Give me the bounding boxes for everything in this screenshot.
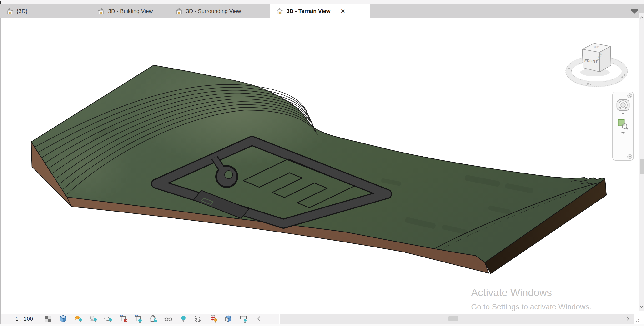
zoom-region-icon[interactable] [617, 119, 629, 130]
view-control-bar: 1 : 100 [1, 314, 279, 324]
canvas-left-border [0, 18, 1, 324]
scroll-down-icon[interactable] [639, 303, 644, 311]
steering-wheel-icon[interactable] [616, 99, 630, 111]
collapse-icon[interactable] [627, 154, 632, 159]
show-crop-region-icon[interactable] [134, 315, 143, 323]
activate-windows-watermark: Activate Windows Go to Settings to activ… [471, 288, 591, 311]
vertical-scrollbar-thumb[interactable] [640, 159, 644, 174]
reveal-hidden-elements-icon[interactable] [179, 315, 188, 323]
wheel-dropdown-icon[interactable] [621, 113, 625, 115]
view-cube[interactable]: FRONT LEFT TOP [566, 43, 628, 86]
window-bottom-strip [0, 324, 644, 326]
divider [616, 117, 630, 117]
terrain-3d-viewport[interactable]: FRONT LEFT TOP [0, 0, 644, 326]
scale-control[interactable]: 1 : 100 [16, 316, 44, 322]
reveal-constraints-icon[interactable] [239, 315, 248, 323]
temporary-hide-isolate-icon[interactable] [164, 315, 173, 323]
sun-path-icon[interactable] [74, 315, 83, 323]
view-bar-collapse-icon[interactable] [256, 315, 262, 323]
close-icon[interactable] [627, 93, 632, 98]
vertical-scrollbar[interactable] [639, 13, 644, 311]
revit-drawing-area: {3D} 3D - Building View 3D - Surrounding… [0, 0, 644, 326]
temporary-view-properties-icon[interactable] [194, 315, 203, 323]
crop-view-icon[interactable] [119, 315, 128, 323]
scroll-up-icon[interactable] [639, 13, 644, 22]
visual-style-icon[interactable] [59, 315, 68, 323]
shadows-icon[interactable] [89, 315, 98, 323]
unlocked-3d-view-icon[interactable] [149, 315, 158, 323]
detail-level-icon[interactable] [44, 315, 53, 323]
horizontal-scrollbar-thumb[interactable] [448, 317, 458, 321]
watermark-line2: Go to Settings to activate Windows. [471, 303, 591, 311]
navigation-bar [612, 92, 634, 161]
rendering-dialog-icon[interactable] [104, 315, 113, 323]
watermark-line1: Activate Windows [471, 288, 591, 298]
resize-grip[interactable]: .: [636, 317, 644, 324]
zoom-dropdown-icon[interactable] [621, 132, 625, 134]
displacement-sets-icon[interactable] [224, 315, 233, 323]
analytical-model-icon[interactable] [209, 315, 218, 323]
scroll-right-icon[interactable] [622, 314, 634, 324]
horizontal-scrollbar[interactable] [280, 314, 622, 324]
terrain-model [31, 52, 606, 274]
